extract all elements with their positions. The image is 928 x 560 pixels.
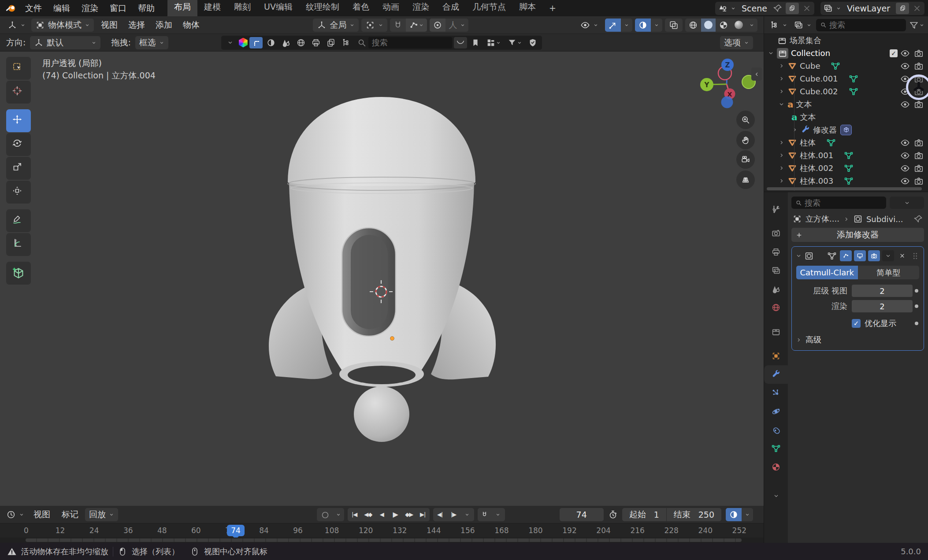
timeline-menu-playback[interactable]: 回放 <box>85 508 118 521</box>
modifier-extras-dropdown[interactable] <box>882 250 894 261</box>
tool-select-box[interactable] <box>6 57 31 80</box>
catmull-clark-button[interactable]: Catmull-Clark <box>796 266 858 279</box>
workspace-tab[interactable]: 渲染 <box>406 0 436 16</box>
expand-icon[interactable] <box>768 50 774 56</box>
zoom-button[interactable] <box>736 111 755 129</box>
prev-keyframe-button[interactable]: ◀◆ <box>361 508 375 521</box>
shading-wireframe-button[interactable] <box>685 19 701 32</box>
expand-icon[interactable] <box>791 126 798 133</box>
outliner-filter-type-dropdown[interactable] <box>792 19 813 32</box>
xray-toggle[interactable] <box>665 19 683 32</box>
timeline-menu-view[interactable]: 视图 <box>29 508 55 521</box>
scene-selector[interactable]: Scene <box>715 2 814 15</box>
levels-render-field[interactable]: 2 <box>852 300 913 312</box>
viewport-menu-item[interactable]: 添加 <box>150 19 178 32</box>
tab-collection[interactable] <box>764 323 788 341</box>
tool-add-cube[interactable] <box>6 262 31 285</box>
play-reverse-button[interactable]: ◀ <box>375 508 389 521</box>
tab-tool[interactable] <box>764 200 788 219</box>
axis-neg-z-ball[interactable] <box>721 96 733 108</box>
scene-new-button[interactable] <box>786 3 799 14</box>
paste-mode-button[interactable] <box>324 37 338 48</box>
mode-dropdown[interactable]: 物体模式 <box>31 19 94 32</box>
modifier-display-chip[interactable] <box>840 125 852 135</box>
panel-collapse-icon[interactable] <box>795 252 802 259</box>
tool-measure[interactable] <box>6 233 31 256</box>
tab-physics[interactable] <box>764 402 788 421</box>
tab-object-data[interactable] <box>764 439 788 458</box>
tool-rotate[interactable] <box>6 133 31 156</box>
direction-dropdown[interactable]: 默认 <box>30 36 100 49</box>
select-mode-new-button[interactable] <box>249 37 263 48</box>
tool-scale[interactable] <box>6 157 31 180</box>
proportional-editing-toggle[interactable] <box>430 19 445 32</box>
camera-icon[interactable] <box>914 163 924 173</box>
outliner-row-scene-collection[interactable]: 场景集合 <box>764 34 928 47</box>
show-render-toggle[interactable] <box>868 250 880 261</box>
expand-icon[interactable] <box>778 63 785 69</box>
tab-render[interactable] <box>764 224 788 243</box>
outliner-row-cylinder-003[interactable]: 柱体.003 <box>764 174 928 187</box>
viewport-3d[interactable]: 用户透视 (局部) (74) Collection | 立方体.004 Z Y … <box>0 52 764 506</box>
playhead-snap-toggle[interactable] <box>478 508 491 521</box>
step-forward-button[interactable]: |▶ <box>447 508 460 521</box>
playhead[interactable]: 74 <box>227 525 245 536</box>
advanced-expand-icon[interactable] <box>795 337 802 343</box>
blender-logo[interactable] <box>4 3 19 14</box>
filter-dropdown[interactable] <box>505 37 524 48</box>
outliner-row-collection[interactable]: Collection ✓ <box>764 47 928 59</box>
workspace-tab[interactable]: 着色 <box>346 0 376 16</box>
viewport-menu-item[interactable]: 物体 <box>178 19 205 32</box>
tool-cursor[interactable] <box>6 81 31 104</box>
step-dropdown[interactable] <box>460 508 474 521</box>
transform-orientation-dropdown[interactable]: 全局 <box>313 19 359 32</box>
levels-viewport-field[interactable]: 2 <box>852 285 913 297</box>
viewlayer-new-button[interactable] <box>896 3 909 14</box>
outliner-search[interactable] <box>816 19 906 31</box>
shading-solid-button[interactable] <box>701 19 716 32</box>
outliner-filter-dropdown[interactable] <box>909 20 924 30</box>
asset-mode-button[interactable] <box>339 37 353 48</box>
tab-scene[interactable] <box>764 280 788 298</box>
pin-icon[interactable] <box>773 4 783 13</box>
keying-set-dropdown[interactable] <box>333 508 344 521</box>
snap-toggle[interactable] <box>390 19 406 32</box>
camera-icon[interactable] <box>914 151 924 160</box>
timeline-scrollbar[interactable] <box>26 538 742 542</box>
shading-dropdown[interactable] <box>746 19 757 32</box>
rocket-model[interactable] <box>0 52 764 506</box>
workspace-tab[interactable]: 雕刻 <box>227 0 257 16</box>
topbar-menu-item[interactable]: 帮助 <box>132 2 160 15</box>
audio-sync-toggle[interactable] <box>726 508 742 521</box>
expand-icon[interactable] <box>778 88 785 95</box>
outliner-display-mode-dropdown[interactable] <box>768 19 789 32</box>
layout-dropdown[interactable] <box>484 37 503 48</box>
camera-view-button[interactable] <box>736 150 755 169</box>
properties-search[interactable] <box>791 197 886 209</box>
tool-move[interactable] <box>6 109 31 132</box>
auto-keying-toggle[interactable] <box>317 508 333 521</box>
outliner-row-cube-001[interactable]: Cube.001 <box>764 72 928 85</box>
snap-settings-dropdown[interactable] <box>406 19 427 32</box>
breadcrumb-object[interactable]: 立方体.... <box>806 214 839 224</box>
show-cage-toggle[interactable] <box>826 250 838 261</box>
select-mode-subtract-button[interactable] <box>279 37 293 48</box>
timeline-editor-type-button[interactable] <box>4 508 27 521</box>
workspace-tab[interactable]: 布局 <box>167 0 197 16</box>
select-mode-intersect-button[interactable] <box>309 37 323 48</box>
outliner-row-cylinder[interactable]: 柱体 <box>764 136 928 149</box>
advanced-label[interactable]: 高级 <box>806 334 821 345</box>
drag-handle-icon[interactable] <box>910 251 920 261</box>
tool-transform[interactable] <box>6 181 31 204</box>
play-button[interactable]: ▶ <box>389 508 402 521</box>
properties-nav-collapse[interactable] <box>764 486 788 505</box>
workspace-tab[interactable]: + <box>542 0 563 16</box>
outliner-row-cube[interactable]: Cube <box>764 59 928 72</box>
expand-icon[interactable] <box>778 178 785 184</box>
outliner-search-input[interactable] <box>829 19 902 31</box>
brush-color-icon[interactable] <box>239 38 248 48</box>
outliner-row-modifiers[interactable]: 修改器 <box>764 123 928 136</box>
timeline-ruler[interactable]: 0122436486072849610812013214415616818019… <box>0 523 764 538</box>
step-back-button[interactable]: ◀| <box>433 508 447 521</box>
collection-checkbox[interactable]: ✓ <box>890 49 898 57</box>
